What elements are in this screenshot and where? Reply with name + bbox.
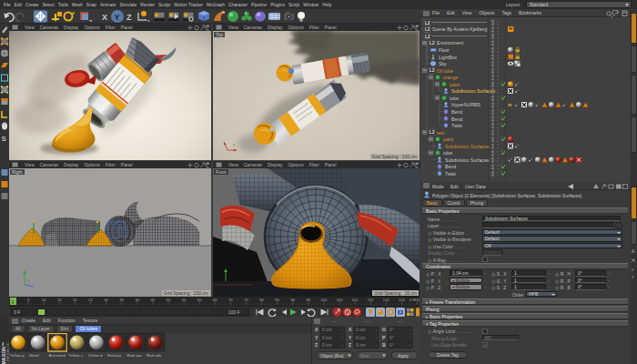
svg-text:HyperNURBS: HyperNURBS [451,102,481,107]
svg-text:test: test [437,130,445,136]
svg-text:LightBox: LightBox [439,55,458,60]
svg-text:30: 30 [104,298,108,302]
svg-text:x: x [632,267,634,272]
svg-text:↕: ↕ [410,328,411,332]
svg-text:75: 75 [244,298,248,302]
svg-text:↕: ↕ [410,343,411,348]
svg-text:20: 20 [73,298,77,302]
svg-text:50: 50 [167,298,171,302]
svg-text:Metal: Metal [29,353,39,358]
svg-text:H: H [382,327,386,332]
svg-text:Size: Size [360,354,369,359]
svg-text:35: 35 [119,298,124,302]
svg-text:0°: 0° [389,328,394,332]
svg-text:95: 95 [307,298,311,302]
svg-text:0 F: 0 F [14,309,20,315]
svg-text:0 cm: 0 cm [356,328,365,332]
svg-text:—: — [365,318,369,324]
svg-text:Oil tube: Oil tube [437,68,453,74]
svg-text:L2: L2 [425,21,430,25]
svg-text:0°: 0° [389,336,394,340]
svg-text:A: A [632,248,635,254]
svg-text:Sky: Sky [439,61,447,66]
svg-text:↕: ↕ [342,328,344,332]
svg-text:0: 0 [12,299,15,305]
svg-text:orange: orange [443,75,458,80]
svg-text:0°: 0° [389,343,394,348]
svg-text:Floor: Floor [439,47,450,53]
svg-text:X: X [102,13,107,22]
svg-text:0 cm: 0 cm [356,343,365,348]
svg-text:70: 70 [228,298,233,302]
svg-text:Yellow b: Yellow b [88,353,104,358]
svg-text:110: 110 [352,298,359,302]
svg-text:—: — [332,318,337,324]
svg-text:Twist: Twist [445,171,456,177]
svg-text:↕: ↕ [342,343,344,348]
svg-text:z: z [632,274,634,279]
svg-text:85: 85 [275,298,279,302]
svg-text:0 F: 0 F [410,298,415,302]
svg-text:Z: Z [126,13,132,22]
svg-text:25: 25 [88,298,93,302]
svg-text:Subdivision Surfaces: Subdivision Surfaces [445,144,490,149]
svg-text:Red pai: Red pai [107,353,121,358]
svg-text:S: S [2,135,7,143]
svg-text:Y: Y [115,13,120,22]
svg-text:100: 100 [320,298,328,302]
svg-text:Apply: Apply [398,354,410,359]
svg-text:↕: ↕ [410,335,411,339]
svg-text:Scene By Anders Kjelberg: Scene By Anders Kjelberg [432,26,487,32]
svg-text:L2: L2 [430,68,435,73]
svg-text:105: 105 [337,298,344,302]
svg-text:Subdivision Surfaces: Subdivision Surfaces [451,88,496,94]
svg-text:Red adv: Red adv [147,353,162,358]
svg-text:Y: Y [349,335,352,340]
svg-text:60: 60 [197,298,202,302]
svg-text:L2: L2 [430,41,435,46]
svg-text:m: m [508,102,512,107]
svg-text:y: y [27,278,29,282]
svg-text:Yellow p: Yellow p [10,353,25,358]
svg-text:90: 90 [290,298,295,302]
svg-text:Annealed: Annealed [49,353,66,358]
svg-text:115: 115 [368,298,374,302]
svg-text:125: 125 [399,298,406,302]
svg-text:L2: L2 [430,130,435,135]
svg-text:Red spe: Red spe [127,353,143,358]
svg-text:0 cm: 0 cm [356,336,365,340]
svg-text:L2: L2 [425,27,430,32]
svg-text:Environment: Environment [437,40,464,46]
svg-text:x: x [233,142,235,147]
svg-text:0 cm: 0 cm [322,336,331,340]
svg-text:Twist: Twist [451,123,462,128]
svg-text:paint: paint [450,82,460,87]
svg-text:X: X [315,327,318,332]
svg-text:paint: paint [443,136,454,142]
svg-text:15: 15 [57,298,62,302]
svg-text:55: 55 [182,298,187,302]
svg-text:Bend: Bend [445,164,456,169]
svg-text:45: 45 [151,298,156,302]
svg-text:↕: ↕ [376,343,378,348]
svg-text:0 cm: 0 cm [322,343,331,348]
svg-text:0 cm: 0 cm [322,328,331,332]
svg-text:Object (Rel): Object (Rel) [320,354,344,359]
svg-text:40: 40 [135,298,139,302]
svg-text:Subdivision Surfaces: Subdivision Surfaces [445,157,490,163]
svg-text:↕: ↕ [342,335,344,339]
svg-text:100 F: 100 F [228,309,240,315]
svg-text:120: 120 [383,298,390,302]
svg-text:Bend: Bend [451,116,462,122]
svg-text:Yellow s: Yellow s [68,353,84,358]
svg-text:Bend: Bend [451,109,462,115]
svg-text:P: P [382,335,386,340]
svg-text:tube: tube [443,150,452,156]
svg-text:tube: tube [450,96,459,101]
svg-text:X: X [349,327,352,332]
svg-text:L2: L2 [425,35,430,39]
svg-text:—: — [398,318,402,324]
svg-text:↕: ↕ [376,335,378,339]
svg-text:10: 10 [42,298,46,302]
svg-text:B: B [382,342,386,348]
